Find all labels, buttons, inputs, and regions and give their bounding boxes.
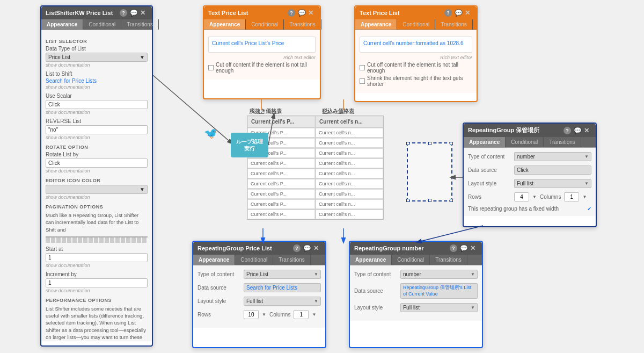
rg-hok-cols-arrow[interactable]: ▼: [582, 194, 587, 199]
start-at-input[interactable]: 1: [46, 253, 148, 262]
rg-price-cols-arrow[interactable]: ▼: [312, 312, 316, 317]
rg-price-type-value[interactable]: Price List ▼: [244, 270, 321, 279]
table-row-3-right: Current cell's n...: [316, 138, 383, 148]
chat-icon[interactable]: 💬: [130, 9, 137, 17]
rg-number-tab-conditional[interactable]: Conditional: [392, 255, 430, 265]
handle-tr[interactable]: [450, 142, 453, 145]
rg-hokangawa-tab-appearance[interactable]: Appearance: [464, 137, 506, 147]
increment-input[interactable]: 1: [46, 278, 148, 287]
reverse-list-input[interactable]: "no": [46, 125, 148, 134]
rg-number-question-icon[interactable]: ?: [450, 244, 457, 252]
loop-button[interactable]: ループ処理実行: [231, 133, 268, 157]
tab-appearance[interactable]: Appearance: [41, 19, 83, 30]
rg-hok-rows-label: Rows: [468, 194, 511, 200]
rg-number-type-value[interactable]: number ▼: [400, 270, 478, 279]
tab-conditional[interactable]: Conditional: [83, 19, 121, 30]
rg-price-tabs: Appearance Conditional Transitions: [193, 255, 325, 265]
use-scalar-input[interactable]: Click: [46, 100, 148, 109]
checkbox3-box[interactable]: [360, 78, 365, 84]
rotate-input[interactable]: Click: [46, 159, 148, 168]
tpl-left-question-icon[interactable]: ?: [288, 9, 295, 17]
rg-hokangawa-chat-icon[interactable]: 💬: [574, 127, 581, 134]
rg-hokangawa-close-icon[interactable]: ✕: [584, 127, 591, 134]
data-type-select[interactable]: Price List ▼: [46, 53, 148, 62]
rg-hok-source-value[interactable]: Click: [514, 165, 591, 175]
handle-bm[interactable]: [428, 199, 431, 202]
rg-price-cols-input[interactable]: 1: [294, 310, 309, 319]
tpl-left-tab-appearance[interactable]: Appearance: [204, 19, 246, 30]
rg-number-source-value[interactable]: RepeatingGroup 保管場所's List of Current Va…: [400, 283, 478, 299]
tpl-right-header: Text Price List ? 💬 ✕: [355, 6, 477, 19]
tpl-right-tab-conditional[interactable]: Conditional: [397, 19, 435, 30]
rg-number-tab-appearance[interactable]: Appearance: [350, 255, 392, 265]
section-editor-color: EDITOR ICON COLOR: [46, 178, 148, 183]
show-doc-8[interactable]: show documentation: [46, 288, 148, 293]
list-to-shift-value[interactable]: Search for Price Lists: [46, 78, 148, 84]
rg-number-layout-value[interactable]: Full list ▼: [400, 303, 478, 312]
show-doc-1[interactable]: show documentation: [46, 62, 148, 68]
rg-hok-cols-input[interactable]: 1: [564, 192, 579, 201]
rg-hokangawa-question-icon[interactable]: ?: [564, 127, 571, 134]
rg-price-tab-transitions[interactable]: Transitions: [273, 255, 311, 265]
table-row-5-left: Current cell's P...: [247, 159, 315, 168]
tpl-left-title: Text Price List: [208, 10, 248, 16]
section-pagination: PAGINATION OPTIONS: [46, 204, 148, 210]
rg-price-source-row: Data source Search for Price Lists: [197, 283, 321, 292]
show-doc-3[interactable]: show documentation: [46, 110, 148, 115]
rg-number-icons: ? 💬 ✕: [450, 244, 478, 252]
tpl-left-tab-transitions[interactable]: Transitions: [284, 19, 321, 30]
rg-number-tab-transitions[interactable]: Transitions: [430, 255, 467, 265]
rg-hok-layout-value[interactable]: Full list ▼: [514, 179, 591, 188]
rg-price-chat-icon[interactable]: 💬: [303, 244, 311, 252]
editor-color-select[interactable]: ▼: [46, 185, 148, 194]
checkbox2-box[interactable]: [360, 65, 365, 70]
rg-number-chat-icon[interactable]: 💬: [460, 244, 467, 252]
show-doc-2[interactable]: show documentation: [46, 84, 148, 90]
tpl-left-content-text: Current cell's Price List's Price: [212, 40, 312, 46]
rg-price-source-value[interactable]: Search for Price Lists: [244, 283, 321, 292]
handle-bl[interactable]: [406, 199, 409, 202]
tpl-right-rich-text: Rich text editor: [360, 55, 472, 60]
tab-transitions[interactable]: Transitions: [121, 19, 159, 30]
rg-price-type-row: Type of content Price List ▼: [197, 270, 321, 279]
show-doc-6[interactable]: show documentation: [46, 194, 148, 200]
rg-hok-type-value[interactable]: number ▼: [514, 152, 591, 161]
rg-price-question-icon[interactable]: ?: [293, 244, 301, 252]
rg-price-layout-value[interactable]: Full list ▼: [244, 297, 321, 306]
tpl-left-chat-icon[interactable]: 💬: [298, 9, 305, 17]
rg-hok-rows-input[interactable]: 4: [514, 192, 529, 201]
rg-number-close-icon[interactable]: ✕: [470, 244, 478, 252]
show-doc-5[interactable]: show documentation: [46, 168, 148, 174]
rg-price-rows-input[interactable]: 10: [244, 310, 259, 319]
handle-br[interactable]: [450, 199, 453, 202]
tpl-right-chat-icon[interactable]: 💬: [455, 9, 462, 17]
tpl-right-close-icon[interactable]: ✕: [465, 9, 472, 17]
checkbox1-box[interactable]: [208, 65, 214, 70]
tpl-right-tab-appearance[interactable]: Appearance: [355, 19, 397, 30]
tpl-right-title: Text Price List: [360, 10, 399, 16]
tpl-left-tab-conditional[interactable]: Conditional: [246, 19, 284, 30]
tpl-left-close-icon[interactable]: ✕: [308, 9, 316, 17]
tpl-right-question-icon[interactable]: ?: [444, 9, 452, 17]
question-icon[interactable]: ?: [120, 9, 127, 17]
table-row-5-right: Current cell's n...: [316, 159, 383, 168]
rg-price-type-label: Type of content: [197, 271, 240, 277]
show-doc-7[interactable]: show documentation: [46, 263, 148, 268]
rg-hok-source-row: Data source Click: [468, 165, 591, 175]
show-doc-4[interactable]: show documentation: [46, 135, 148, 140]
tpl-right-tab-transitions[interactable]: Transitions: [435, 19, 473, 30]
rg-hokangawa-tab-transitions[interactable]: Transitions: [544, 137, 581, 147]
rg-price-tab-conditional[interactable]: Conditional: [235, 255, 273, 265]
handle-tm[interactable]: [428, 142, 431, 145]
close-icon[interactable]: ✕: [140, 9, 148, 17]
rg-price-rows-arrow[interactable]: ▼: [262, 312, 266, 317]
rg-price-close-icon[interactable]: ✕: [313, 244, 321, 252]
rg-price-tab-appearance[interactable]: Appearance: [193, 255, 235, 265]
rg-price-title: RepeatingGroup Price List: [197, 245, 272, 251]
table-row-6-right: Current cell's n...: [316, 169, 383, 178]
rg-hok-rows-arrow[interactable]: ▼: [532, 194, 537, 199]
handle-tl[interactable]: [406, 142, 409, 145]
rg-hokangawa-tab-conditional[interactable]: Conditional: [506, 137, 544, 147]
tpl-right-checkbox2: Shrink the element height if the text ge…: [360, 75, 472, 87]
sidebar-body: LIST SELECTOR Data Type of List Price Li…: [41, 30, 152, 341]
